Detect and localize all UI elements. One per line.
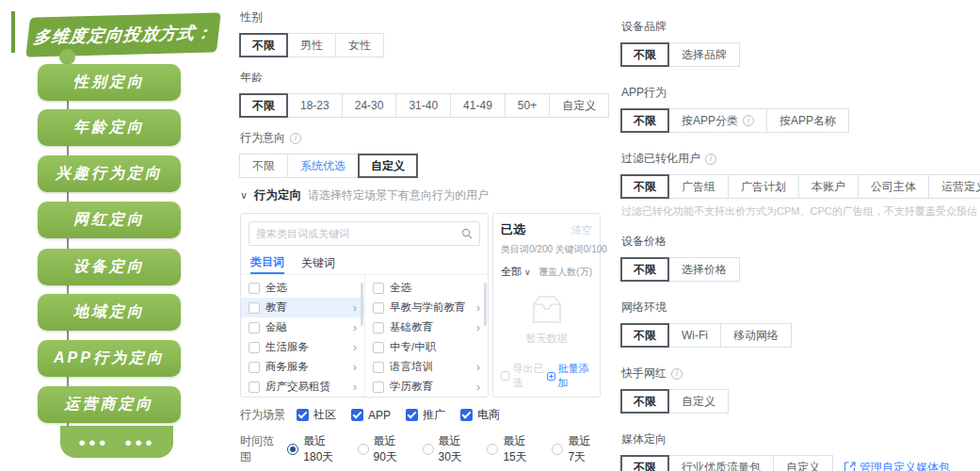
media-unlimited[interactable]: 不限 — [620, 455, 669, 471]
scene-option-ecommerce[interactable]: 电商 — [460, 407, 500, 423]
info-icon[interactable] — [290, 133, 301, 144]
ks-influencer-custom[interactable]: 自定义 — [668, 389, 729, 414]
device-price-select[interactable]: 选择价格 — [668, 257, 740, 282]
scene-option-community[interactable]: 社区 — [297, 407, 336, 423]
checkbox-checked-icon[interactable] — [351, 409, 363, 421]
subcategory-item-early-education[interactable]: 早教与学前教育 › — [365, 298, 488, 317]
scrollbar[interactable] — [361, 283, 363, 326]
batch-add-button[interactable]: 批量添加 — [547, 362, 593, 390]
category-item-business-services[interactable]: 商务服务 › — [241, 357, 364, 377]
range-option-7d[interactable]: 最近7天 — [552, 433, 597, 465]
tab-category-words[interactable]: 类目词 — [250, 252, 284, 274]
subcategory-item-degree-education[interactable]: 学历教育 › — [365, 377, 488, 397]
subcategory-item-vocational[interactable]: 中专/中职 — [365, 337, 488, 357]
radio-icon[interactable] — [487, 444, 498, 455]
checkbox-icon[interactable] — [373, 322, 384, 333]
checkbox-icon[interactable] — [373, 362, 384, 373]
scene-option-promotion[interactable]: 推广 — [406, 407, 445, 423]
sidebar-item-app-behavior[interactable]: APP行为定向 — [38, 340, 181, 377]
sidebar-item-age[interactable]: 年龄定向 — [38, 109, 181, 146]
checkbox-checked-icon[interactable] — [297, 409, 309, 421]
search-icon[interactable] — [461, 228, 473, 239]
network-mobile[interactable]: 移动网络 — [720, 323, 792, 348]
info-icon[interactable] — [705, 154, 716, 165]
gender-option-male[interactable]: 男性 — [287, 33, 336, 57]
sidebar-item-gender[interactable]: 性别定向 — [38, 64, 181, 101]
filter-converted-product-name[interactable]: 运营定义产品名 — [928, 174, 980, 199]
checkbox-icon[interactable] — [249, 362, 260, 373]
checkbox-icon[interactable] — [249, 302, 260, 314]
manage-media-package-link[interactable]: 管理自定义媒体包 — [844, 460, 950, 471]
filter-converted-ad-group[interactable]: 广告组 — [668, 174, 729, 199]
sidebar-item-interest-behavior[interactable]: 兴趣行为定向 — [38, 155, 181, 192]
network-unlimited[interactable]: 不限 — [620, 323, 669, 348]
subcategory-item-select-all[interactable]: 全选 — [365, 278, 488, 298]
radio-selected-icon[interactable] — [287, 444, 298, 455]
age-option-31-40[interactable]: 31-40 — [395, 93, 451, 118]
behavior-targeting-collapse[interactable]: ∨ 行为定向 请选择特定场景下有意向行为的用户 — [240, 187, 612, 203]
age-option-unlimited[interactable]: 不限 — [239, 93, 288, 118]
age-option-24-30[interactable]: 24-30 — [342, 93, 397, 118]
range-option-180d[interactable]: 最近180天 — [287, 433, 342, 465]
category-item-education[interactable]: 教育 › — [241, 298, 364, 317]
checkbox-icon[interactable] — [249, 322, 260, 333]
sidebar-item-carrier[interactable]: 运营商定向 — [38, 386, 181, 423]
scrollbar[interactable] — [484, 283, 487, 326]
sidebar-item-influencer[interactable]: 网红定向 — [38, 202, 181, 238]
device-brand-unlimited[interactable]: 不限 — [620, 42, 669, 67]
ks-influencer-unlimited[interactable]: 不限 — [620, 389, 669, 414]
media-custom[interactable]: 自定义 — [773, 455, 833, 471]
checkbox-checked-icon[interactable] — [406, 409, 418, 421]
subcategory-item-language-training[interactable]: 语言培训 › — [365, 357, 488, 377]
checkbox-icon[interactable] — [373, 382, 384, 393]
tab-keywords[interactable]: 关键词 — [301, 252, 335, 274]
category-item-finance[interactable]: 金融 › — [241, 317, 364, 337]
network-wifi[interactable]: Wi-Fi — [668, 323, 721, 348]
info-icon[interactable] — [671, 368, 683, 380]
subcategory-item-basic-education[interactable]: 基础教育 › — [365, 317, 488, 337]
filter-converted-account[interactable]: 本账户 — [798, 174, 859, 199]
sidebar-item-device[interactable]: 设备定向 — [38, 249, 181, 285]
checkbox-icon[interactable] — [373, 302, 384, 314]
device-price-unlimited[interactable]: 不限 — [620, 257, 669, 282]
range-option-15d[interactable]: 最近15天 — [487, 433, 537, 465]
filter-converted-company[interactable]: 公司主体 — [858, 174, 929, 199]
intent-option-custom[interactable]: 自定义 — [358, 154, 418, 178]
checkbox-icon[interactable] — [373, 283, 384, 294]
checkbox-icon[interactable] — [249, 342, 260, 353]
checkbox-icon[interactable] — [249, 283, 260, 294]
checkbox-checked-icon[interactable] — [460, 409, 473, 421]
intent-option-unlimited[interactable]: 不限 — [239, 154, 288, 178]
category-item-select-all[interactable]: 全选 — [241, 278, 364, 298]
filter-converted-unlimited[interactable]: 不限 — [620, 174, 669, 199]
filter-converted-ad-plan[interactable]: 广告计划 — [728, 174, 799, 199]
gender-option-unlimited[interactable]: 不限 — [239, 33, 288, 57]
age-option-18-23[interactable]: 18-23 — [287, 93, 343, 118]
radio-icon[interactable] — [358, 444, 369, 455]
scene-option-app[interactable]: APP — [351, 409, 391, 422]
export-selected-button[interactable]: 导出已选 — [501, 362, 547, 390]
range-option-90d[interactable]: 最近90天 — [358, 433, 408, 465]
app-behavior-by-category[interactable]: 按APP分类 — [668, 108, 767, 133]
category-search-input[interactable] — [256, 228, 458, 239]
intent-option-system-optimal[interactable]: 系统优选 — [287, 154, 359, 178]
selected-filter-dropdown[interactable]: 全部 ∨ — [501, 265, 531, 279]
app-behavior-unlimited[interactable]: 不限 — [620, 108, 669, 133]
clear-selected-button[interactable]: 清空 — [571, 223, 592, 237]
age-option-50plus[interactable]: 50+ — [505, 93, 550, 118]
app-behavior-by-name[interactable]: 按APP名称 — [766, 108, 849, 133]
checkbox-icon[interactable] — [373, 342, 384, 353]
category-item-real-estate[interactable]: 房产交易租赁 › — [241, 377, 364, 397]
age-option-custom[interactable]: 自定义 — [549, 93, 609, 118]
checkbox-icon[interactable] — [249, 382, 260, 393]
sidebar-item-region[interactable]: 地域定向 — [38, 294, 181, 331]
radio-icon[interactable] — [552, 444, 563, 455]
range-option-30d[interactable]: 最近30天 — [423, 433, 473, 465]
radio-icon[interactable] — [423, 444, 434, 455]
age-option-41-49[interactable]: 41-49 — [450, 93, 506, 118]
category-item-life-services[interactable]: 生活服务 › — [241, 337, 364, 357]
media-industry-package[interactable]: 行业优质流量包 — [668, 455, 774, 471]
device-brand-select[interactable]: 选择品牌 — [668, 42, 740, 67]
category-search-box[interactable] — [249, 221, 480, 246]
gender-option-female[interactable]: 女性 — [335, 33, 384, 57]
